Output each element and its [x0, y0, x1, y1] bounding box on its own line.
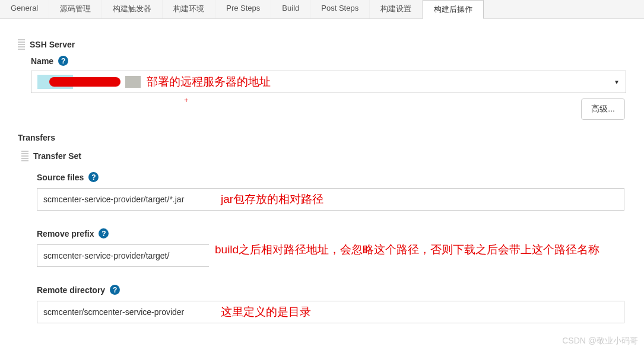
- help-icon[interactable]: ?: [88, 172, 99, 182]
- tab-env[interactable]: 构建环境: [163, 0, 215, 18]
- plus-mark: +: [184, 96, 626, 104]
- tab-settings[interactable]: 构建设置: [370, 0, 423, 18]
- ssh-server-select[interactable]: 部署的远程服务器的地址 ▾: [31, 71, 626, 93]
- source-files-label-row: Source files ?: [37, 172, 626, 182]
- transfers-title: Transfers: [18, 133, 55, 142]
- help-icon[interactable]: ?: [110, 285, 120, 295]
- redacted-scribble: [49, 77, 120, 87]
- tab-general[interactable]: General: [0, 0, 49, 18]
- remove-prefix-label: Remove prefix: [37, 229, 94, 238]
- tab-postbuild[interactable]: 构建后操作: [423, 0, 484, 19]
- tab-scm[interactable]: 源码管理: [49, 0, 102, 18]
- help-icon[interactable]: ?: [58, 56, 68, 66]
- transfer-set-header: Transfer Set: [21, 151, 626, 161]
- remote-directory-input[interactable]: [37, 301, 624, 323]
- remove-prefix-annotation: build之后相对路径地址，会忽略这个路径，否则下载之后会带上这个路径名称: [215, 242, 644, 258]
- remove-prefix-input[interactable]: [37, 244, 209, 267]
- remote-directory-label: Remote directory: [37, 285, 105, 295]
- watermark: CSDN @敬业小码哥: [562, 336, 638, 346]
- source-files-input[interactable]: [37, 188, 624, 211]
- tab-presteps[interactable]: Pre Steps: [215, 0, 271, 18]
- ssh-server-title: SSH Server: [30, 40, 75, 49]
- tab-build[interactable]: Build: [271, 0, 310, 18]
- config-tabs: General 源码管理 构建触发器 构建环境 Pre Steps Build …: [0, 0, 644, 19]
- redacted-box: [125, 76, 141, 88]
- ssh-name-label: Name: [31, 56, 53, 66]
- ssh-server-header: SSH Server: [18, 39, 626, 50]
- server-annotation: 部署的远程服务器的地址: [147, 74, 271, 90]
- ssh-name-label-row: Name ?: [31, 56, 626, 66]
- chevron-down-icon[interactable]: ▾: [615, 78, 618, 86]
- remote-directory-label-row: Remote directory ?: [37, 285, 626, 295]
- advanced-button[interactable]: 高级...: [581, 98, 625, 120]
- source-files-label: Source files: [37, 173, 84, 182]
- transfer-set-title: Transfer Set: [33, 151, 81, 161]
- drag-handle-icon[interactable]: [21, 151, 28, 161]
- drag-handle-icon[interactable]: [18, 39, 25, 50]
- transfers-header: Transfers: [18, 133, 626, 142]
- help-icon[interactable]: ?: [99, 228, 109, 238]
- remove-prefix-label-row: Remove prefix ?: [37, 228, 626, 238]
- tab-poststeps[interactable]: Post Steps: [310, 0, 370, 18]
- content-panel: SSH Server Name ? 部署的远程服务器的地址 ▾ + 高级... …: [0, 19, 644, 329]
- tab-triggers[interactable]: 构建触发器: [102, 0, 163, 18]
